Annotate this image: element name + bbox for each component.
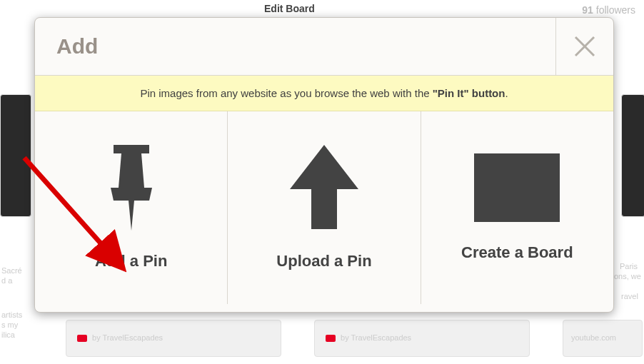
edit-board-button[interactable]: Edit Board xyxy=(264,3,315,14)
bg-text-3: artists xyxy=(1,310,22,320)
byline-text: by TravelEscapades xyxy=(92,333,163,342)
svg-marker-5 xyxy=(129,201,134,231)
add-a-pin-option[interactable]: Add a Pin xyxy=(35,111,228,304)
modal-title: Add xyxy=(35,34,555,59)
followers-number: 91 xyxy=(582,4,593,16)
bg-byline-1: by TravelEscapades xyxy=(77,333,163,343)
info-text-bold: "Pin It" button xyxy=(433,87,505,99)
bg-right-1: Paris xyxy=(620,261,638,271)
bg-card-right xyxy=(621,94,644,217)
bg-text-4: s my xyxy=(1,320,18,330)
upload-a-pin-option[interactable]: Upload a Pin xyxy=(228,111,421,304)
create-a-board-label: Create a Board xyxy=(461,243,573,262)
upload-a-pin-label: Upload a Pin xyxy=(276,252,371,271)
youtube-icon xyxy=(326,335,336,342)
bg-text-5: ilica xyxy=(1,330,15,340)
close-button[interactable] xyxy=(555,18,613,75)
bg-right-2: ons, we xyxy=(614,271,641,281)
byline-text: by TravelEscapades xyxy=(341,333,411,342)
svg-marker-6 xyxy=(290,145,358,229)
upload-arrow-icon xyxy=(288,145,360,231)
info-text-prefix: Pin images from any website as you brows… xyxy=(140,87,432,99)
followers-count: 91 followers xyxy=(582,4,635,16)
svg-marker-3 xyxy=(119,153,144,188)
bg-card-left xyxy=(0,94,31,217)
youtube-icon xyxy=(77,335,87,342)
close-icon xyxy=(573,34,597,59)
svg-rect-2 xyxy=(114,145,149,153)
bg-right-3: ravel xyxy=(621,291,638,301)
pin-icon xyxy=(106,145,156,231)
svg-rect-7 xyxy=(477,156,557,219)
svg-marker-4 xyxy=(111,188,152,201)
add-a-pin-label: Add a Pin xyxy=(95,252,167,271)
followers-label: followers xyxy=(596,4,635,16)
board-icon xyxy=(474,153,560,222)
add-modal: Add Pin images from any website as you b… xyxy=(34,17,614,313)
bg-text-sacre: Sacré xyxy=(1,266,22,275)
info-text-suffix: . xyxy=(505,87,508,99)
modal-header: Add xyxy=(35,18,613,76)
modal-options: Add a Pin Upload a Pin Create a Board xyxy=(35,111,613,304)
info-bar: Pin images from any website as you brows… xyxy=(35,76,613,111)
bg-domain: youtube.com xyxy=(571,333,616,343)
bg-byline-2: by TravelEscapades xyxy=(326,333,411,343)
bg-text-2: d a xyxy=(1,275,12,285)
create-a-board-option[interactable]: Create a Board xyxy=(421,111,613,304)
